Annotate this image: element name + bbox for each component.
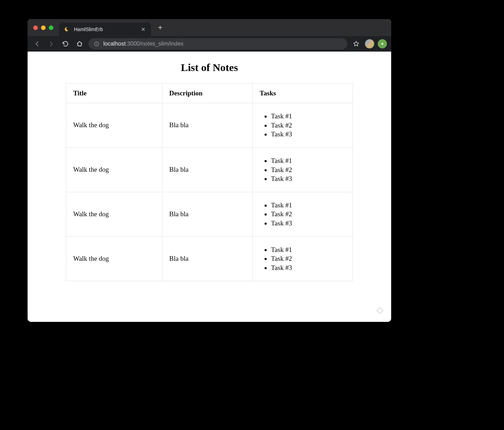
list-item: Task #1 xyxy=(271,112,346,121)
list-item: Task #3 xyxy=(271,263,346,272)
cell-description: Bla bla xyxy=(162,236,253,281)
back-button[interactable] xyxy=(32,39,42,49)
svg-rect-2 xyxy=(96,43,97,45)
browser-tab-active[interactable]: HamlSlimErb xyxy=(59,23,151,36)
minimize-window-button[interactable] xyxy=(41,25,46,30)
cell-title: Walk the dog xyxy=(66,103,162,148)
address-bar[interactable]: localhost:3000/notes_slim/index xyxy=(88,38,347,49)
column-header-title: Title xyxy=(66,84,162,103)
forward-button[interactable] xyxy=(46,39,57,49)
list-item: Task #1 xyxy=(271,156,346,165)
column-header-description: Description xyxy=(162,84,253,103)
browser-toolbar: localhost:3000/notes_slim/index xyxy=(28,36,391,52)
list-item: Task #2 xyxy=(271,121,346,130)
list-item: Task #2 xyxy=(271,165,346,175)
table-row: Walk the dog Bla bla Task #1 Task #2 Tas… xyxy=(66,192,353,236)
list-item: Task #3 xyxy=(271,219,346,228)
extension-button[interactable] xyxy=(378,39,387,48)
svg-point-1 xyxy=(96,42,97,43)
profile-avatar[interactable] xyxy=(365,39,374,48)
reload-button[interactable] xyxy=(60,39,71,49)
close-window-button[interactable] xyxy=(33,25,38,30)
task-list: Task #1 Task #2 Task #3 xyxy=(260,112,346,139)
list-item: Task #1 xyxy=(271,201,346,210)
bookmark-star-icon[interactable] xyxy=(351,39,361,49)
task-list: Task #1 Task #2 Task #3 xyxy=(260,245,346,272)
url-text: localhost:3000/notes_slim/index xyxy=(103,41,184,47)
cell-tasks: Task #1 Task #2 Task #3 xyxy=(253,147,353,192)
list-item: Task #2 xyxy=(271,254,346,263)
page-title: List of Notes xyxy=(28,61,391,73)
tab-favicon-icon xyxy=(64,26,70,33)
maximize-window-button[interactable] xyxy=(49,25,53,30)
cell-description: Bla bla xyxy=(162,147,253,192)
cell-tasks: Task #1 Task #2 Task #3 xyxy=(253,192,353,236)
window-titlebar: HamlSlimErb xyxy=(28,19,391,36)
list-item: Task #2 xyxy=(271,210,346,219)
cell-title: Walk the dog xyxy=(66,236,162,281)
window-controls xyxy=(33,25,53,30)
task-list: Task #1 Task #2 Task #3 xyxy=(260,201,346,228)
new-tab-button[interactable] xyxy=(155,23,165,33)
browser-window: HamlSlimErb localhost:3000/notes_slim xyxy=(28,19,391,322)
list-item: Task #1 xyxy=(271,245,346,254)
table-header: Title Description Tasks xyxy=(66,84,353,103)
site-info-icon[interactable] xyxy=(93,41,100,47)
cell-tasks: Task #1 Task #2 Task #3 xyxy=(253,236,353,281)
table-row: Walk the dog Bla bla Task #1 Task #2 Tas… xyxy=(66,103,353,148)
column-header-tasks: Tasks xyxy=(253,84,353,103)
cell-description: Bla bla xyxy=(162,103,253,148)
notes-table: Title Description Tasks Walk the dog Bla… xyxy=(66,83,353,281)
url-host: localhost xyxy=(103,41,126,47)
url-path: :3000/notes_slim/index xyxy=(126,41,184,47)
cell-title: Walk the dog xyxy=(66,147,162,192)
table-row: Walk the dog Bla bla Task #1 Task #2 Tas… xyxy=(66,147,353,192)
list-item: Task #3 xyxy=(271,130,346,139)
page-content: List of Notes Title Description Tasks Wa… xyxy=(28,52,391,322)
home-button[interactable] xyxy=(74,39,85,49)
table-row: Walk the dog Bla bla Task #1 Task #2 Tas… xyxy=(66,236,353,281)
tab-close-icon[interactable] xyxy=(140,26,146,32)
list-item: Task #3 xyxy=(271,174,346,183)
tab-title: HamlSlimErb xyxy=(74,26,140,32)
cell-description: Bla bla xyxy=(162,192,253,236)
cell-title: Walk the dog xyxy=(66,192,162,236)
cell-tasks: Task #1 Task #2 Task #3 xyxy=(253,103,353,148)
task-list: Task #1 Task #2 Task #3 xyxy=(260,156,346,183)
extension-overlay-icon[interactable] xyxy=(375,306,385,316)
table-body: Walk the dog Bla bla Task #1 Task #2 Tas… xyxy=(66,103,353,281)
